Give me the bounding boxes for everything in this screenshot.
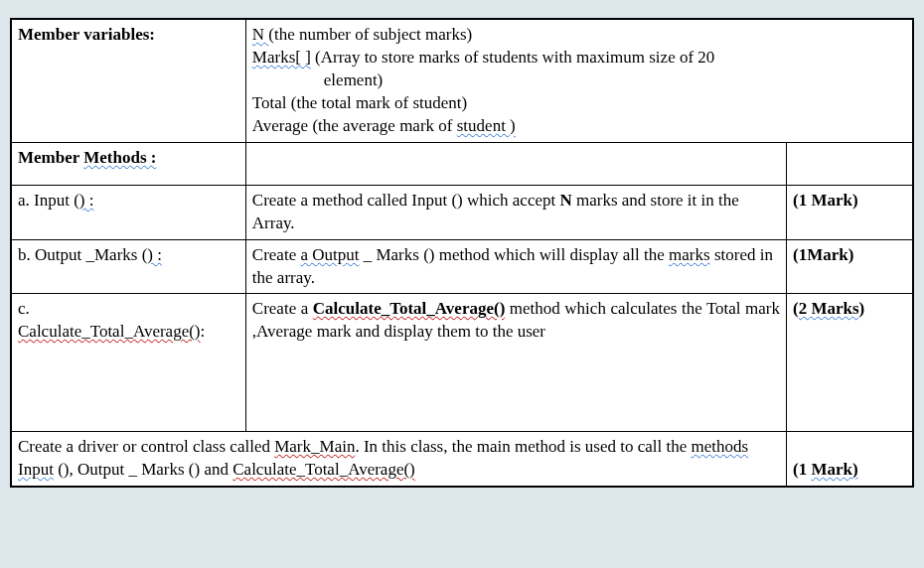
label-methods-a: Member xyxy=(18,148,83,167)
cell-methods-label: Member Methods : xyxy=(12,142,246,185)
footer-mark-sq: Mark) xyxy=(811,460,857,479)
cell-output-mark: (1Mark) xyxy=(787,239,913,294)
var-n-desc: (the number of subject marks) xyxy=(268,25,472,44)
var-marks-desc: (Array to store marks of students with m… xyxy=(311,48,715,67)
row-calc: c. Calculate_Total_Average(): Create a C… xyxy=(12,294,913,432)
calc-mark-b: ) xyxy=(859,299,865,318)
output-name-a: b. Output _Marks ( xyxy=(18,245,147,264)
cell-vars-desc: N (the number of subject marks) Marks[ ]… xyxy=(245,20,912,143)
row-input: a. Input () : Create a method called Inp… xyxy=(12,185,913,239)
var-n: N xyxy=(252,25,269,44)
calc-name-tail: : xyxy=(201,322,206,341)
output-desc-b: _ Marks () method which will display all… xyxy=(359,245,669,264)
cell-footer-mark: (1 Mark) xyxy=(787,432,913,487)
output-desc-sq2: marks xyxy=(669,245,710,264)
input-desc-a: Create a method called Input () which ac… xyxy=(252,191,560,210)
footer-c: (), Output _ Marks () and xyxy=(54,460,232,479)
cell-input-desc: Create a method called Input () which ac… xyxy=(245,185,786,239)
cell-output-desc: Create a Output _ Marks () method which … xyxy=(245,239,786,294)
output-desc-sq: a Output xyxy=(300,245,359,264)
calc-mark-sq: 2 Marks xyxy=(799,299,859,318)
spec-table: Member variables: N (the number of subje… xyxy=(10,18,914,488)
cell-footer-desc: Create a driver or control class called … xyxy=(12,432,787,487)
cell-input-name: a. Input () : xyxy=(12,185,246,239)
calc-name-plain: c. xyxy=(18,299,30,318)
cell-calc-desc: Create a Calculate_Total_Average() metho… xyxy=(245,294,786,432)
row-footer: Create a driver or control class called … xyxy=(12,432,913,487)
footer-sq3: Calculate_Total_Average() xyxy=(232,460,415,479)
table: Member variables: N (the number of subje… xyxy=(11,19,913,487)
output-name-b: ) : xyxy=(147,245,162,264)
var-average-a: Average (the average mark of xyxy=(252,116,457,135)
input-name-a: a. Input ( xyxy=(18,191,79,210)
footer-b: . In this class, the main method is used… xyxy=(355,437,691,456)
input-mark: (1 Mark) xyxy=(793,191,858,210)
output-mark: (1Mark) xyxy=(793,245,853,264)
cell-calc-name: c. Calculate_Total_Average(): xyxy=(12,294,246,432)
cell-calc-mark: (2 Marks) xyxy=(787,294,913,432)
footer-mark-a: (1 xyxy=(793,460,811,479)
calc-name-sq: Calculate_Total_Average() xyxy=(18,322,201,341)
row-member-variables: Member variables: N (the number of subje… xyxy=(12,20,913,143)
input-desc-n: N xyxy=(559,191,571,210)
input-name-b: ) : xyxy=(79,191,94,210)
row-output: b. Output _Marks () : Create a Output _ … xyxy=(12,239,913,294)
label-member-variables: Member variables: xyxy=(18,25,155,44)
label-methods-b: Methods : xyxy=(83,148,156,167)
cell-methods-empty2 xyxy=(787,142,913,185)
var-average-b: student ) xyxy=(457,116,516,135)
var-marks-desc2: element) xyxy=(324,71,383,89)
output-desc-a: Create xyxy=(252,245,301,264)
calc-desc-sq: Calculate_Total_Average() xyxy=(313,299,506,318)
cell-output-name: b. Output _Marks () : xyxy=(12,239,246,294)
footer-sq1: Mark_Main xyxy=(274,437,355,456)
calc-desc-a: Create a xyxy=(252,299,313,318)
cell-methods-empty1 xyxy=(245,142,786,185)
row-member-methods: Member Methods : xyxy=(12,142,913,185)
footer-a: Create a driver or control class called xyxy=(18,437,274,456)
var-total: Total (the total mark of student) xyxy=(252,93,467,112)
cell-input-mark: (1 Mark) xyxy=(787,185,913,239)
var-marks: Marks[ ] xyxy=(252,48,311,67)
cell-vars-label: Member variables: xyxy=(12,20,246,143)
